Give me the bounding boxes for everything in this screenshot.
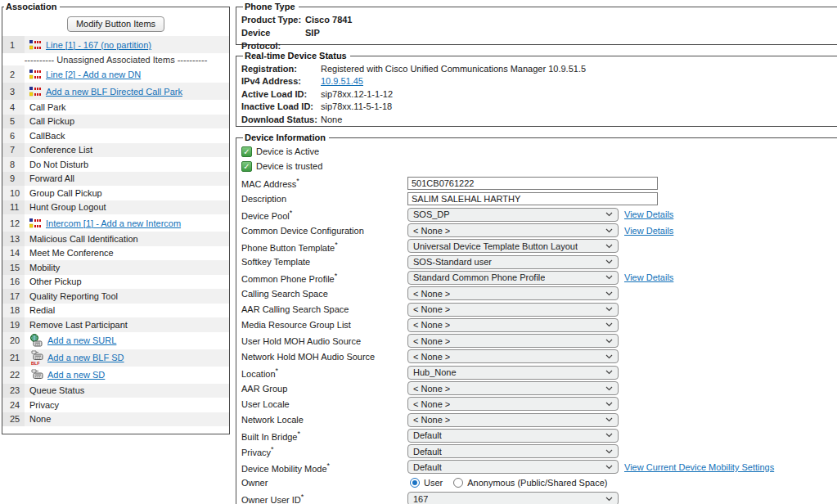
association-list: 1Line [1] - 167 (no partition)----------… xyxy=(2,36,229,426)
chevron-down-icon xyxy=(605,228,613,233)
selected-value: < None > xyxy=(413,289,450,299)
phone-type-legend: Phone Type xyxy=(243,2,299,11)
device-status-rows: Registration:Registered with Cisco Unifi… xyxy=(241,63,837,126)
association-row-body: Redial xyxy=(25,304,229,318)
field-label: Owner xyxy=(241,478,407,488)
association-row-body: Intercom [1] - Add a new Intercom xyxy=(25,214,229,232)
chevron-down-icon xyxy=(605,433,613,438)
field-value: Cisco 7841 xyxy=(305,13,352,26)
association-row-body: Hunt Group Logout xyxy=(25,200,229,215)
mac-address-input[interactable]: 501CB0761222 xyxy=(407,177,658,190)
association-row: 18Redial xyxy=(2,304,229,318)
row-number: 12 xyxy=(2,214,25,232)
add-a-new-blf-sd-link[interactable]: Add a new BLF SD xyxy=(47,353,124,362)
view-details-link[interactable]: View Details xyxy=(624,272,673,282)
association-row: 11Hunt Group Logout xyxy=(2,200,229,215)
active-load-id-row: Active Load ID:sip78xx.12-1-1-12 xyxy=(241,88,837,101)
association-row: 19Remove Last Participant xyxy=(2,317,229,332)
line-icon xyxy=(29,218,43,228)
association-row-body: Remove Last Participant xyxy=(25,317,229,332)
line-2-add-a-new-dn-link[interactable]: Line [2] - Add a new DN xyxy=(46,70,141,79)
network-locale-select[interactable]: < None > xyxy=(407,413,619,427)
owner-radio-group: UserAnonymous (Public/Shared Space) xyxy=(407,478,614,488)
description-row: DescriptionSALIM SALEHAL HARTHY xyxy=(241,191,837,206)
modify-button-row: Modify Button Items xyxy=(2,11,229,36)
chevron-down-icon xyxy=(605,449,613,454)
required-marker: * xyxy=(290,209,293,217)
selected-value: Universal Device Template Button Layout xyxy=(413,241,578,251)
user-locale-select[interactable]: < None > xyxy=(407,397,619,411)
view-current-device-mobility-settings-link[interactable]: View Current Device Mobility Settings xyxy=(624,462,774,472)
field-label: User Hold MOH Audio Source xyxy=(241,336,407,346)
ipv4-address-link[interactable]: 10.9.51.45 xyxy=(321,75,363,88)
device-pool-select[interactable]: SOS_DP xyxy=(407,208,619,222)
chevron-down-icon xyxy=(605,402,613,407)
intercom-1-add-a-new-intercom-link[interactable]: Intercom [1] - Add a new Intercom xyxy=(46,218,181,228)
row-number: 14 xyxy=(2,246,25,261)
radio-label: User xyxy=(424,478,443,488)
chevron-down-icon xyxy=(605,275,613,280)
network-locale-row: Network Locale< None > xyxy=(241,412,837,427)
field-value: SIP xyxy=(305,26,320,52)
row-number: 3 xyxy=(2,83,25,100)
row-number: 19 xyxy=(2,317,25,332)
phone-button-template-select[interactable]: Universal Device Template Button Layout xyxy=(407,239,619,253)
device-is-trusted-row: ✓Device is trusted xyxy=(241,159,837,173)
association-item-label: Call Park xyxy=(29,102,66,112)
device-mobility-mode-select[interactable]: Default xyxy=(407,460,619,474)
required-marker: * xyxy=(327,461,331,470)
line-icon xyxy=(29,86,43,97)
common-phone-profile-select[interactable]: Standard Common Phone Profile xyxy=(407,271,619,285)
aar-group-select[interactable]: < None > xyxy=(407,381,619,395)
chevron-down-icon xyxy=(605,386,613,391)
media-resource-group-list-select[interactable]: < None > xyxy=(407,318,619,332)
association-row: 6CallBack xyxy=(2,128,229,143)
built-in-bridge-select[interactable]: Default xyxy=(407,429,619,443)
description-input[interactable]: SALIM SALEHAL HARTHY xyxy=(407,192,658,205)
view-details-link[interactable]: View Details xyxy=(624,226,673,236)
device-is-active-row: ✓Device is Active xyxy=(241,144,837,159)
association-item-label: Mobility xyxy=(29,263,60,272)
row-number: 1 xyxy=(2,36,25,53)
surl-icon xyxy=(29,334,44,348)
add-a-new-blf-directed-call-park-link[interactable]: Add a new BLF Directed Call Park xyxy=(46,87,182,97)
softkey-template-select[interactable]: SOS-Standard user xyxy=(407,255,619,269)
association-item-label: Call Pickup xyxy=(29,116,74,126)
phone-type-section: Phone Type Product Type:Cisco 7841Device… xyxy=(236,2,837,45)
association-row-body: Call Pickup xyxy=(25,115,229,129)
row-number: 24 xyxy=(2,398,25,412)
row-number: 15 xyxy=(2,260,25,275)
user-hold-moh-audio-source-select[interactable]: < None > xyxy=(407,334,619,348)
location-row: Location*Hub_None xyxy=(241,365,837,380)
network-hold-moh-audio-source-select[interactable]: < None > xyxy=(407,349,619,363)
calling-search-space-select[interactable]: < None > xyxy=(407,286,619,300)
association-row: 24Privacy xyxy=(2,398,229,412)
calling-search-space-row: Calling Search Space< None > xyxy=(241,286,837,301)
aar-calling-search-space-select[interactable]: < None > xyxy=(407,303,619,317)
add-a-new-sd-link[interactable]: Add a new SD xyxy=(47,370,105,380)
user-radio[interactable] xyxy=(410,478,420,488)
right-column: Phone Type Product Type:Cisco 7841Device… xyxy=(236,0,837,504)
product-type-row: Product Type:Cisco 7841 xyxy=(241,13,837,26)
line-icon xyxy=(29,69,43,79)
association-row: 23Queue Status xyxy=(2,384,229,398)
location-select[interactable]: Hub_None xyxy=(407,366,619,380)
association-row: 15Mobility xyxy=(2,260,229,275)
privacy-select[interactable]: Default xyxy=(407,444,619,458)
add-a-new-surl-link[interactable]: Add a new SURL xyxy=(47,335,116,345)
chevron-down-icon xyxy=(605,307,613,312)
selected-value: < None > xyxy=(413,384,450,394)
view-details-link[interactable]: View Details xyxy=(624,209,673,219)
anonymous-public-shared-space-radio[interactable] xyxy=(453,478,463,488)
owner-user-id-select[interactable]: 167 xyxy=(407,492,619,504)
sd-icon xyxy=(29,369,44,380)
row-number: 18 xyxy=(2,304,25,318)
association-row: 13Malicious Call Identification xyxy=(2,232,229,246)
association-row-body: Line [2] - Add a new DN xyxy=(25,65,229,83)
modify-button-items-button[interactable]: Modify Button Items xyxy=(67,16,164,32)
chevron-down-icon xyxy=(605,339,613,344)
common-device-configuration-select[interactable]: < None > xyxy=(407,223,619,237)
association-row: 2Line [2] - Add a new DN xyxy=(2,65,229,83)
line-1-167-no-partition-link[interactable]: Line [1] - 167 (no partition) xyxy=(46,40,151,50)
green-checkbox-icon: ✓ xyxy=(241,161,252,172)
